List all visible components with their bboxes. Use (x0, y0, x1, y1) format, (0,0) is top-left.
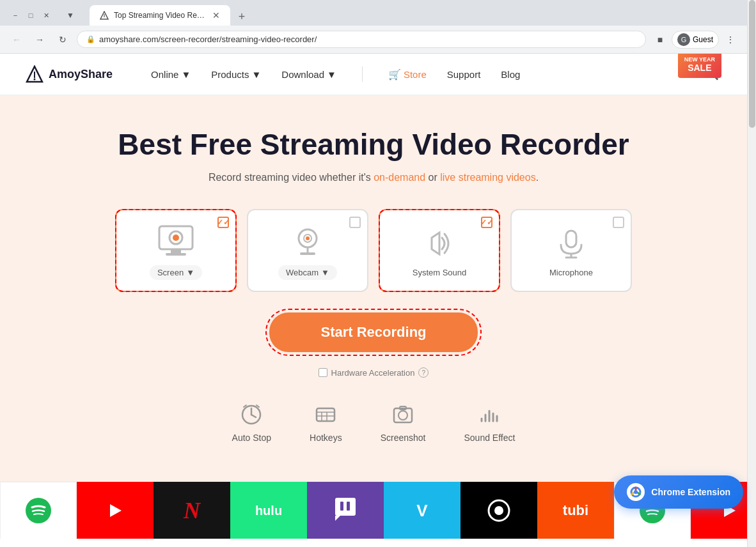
amoyshare-favicon (100, 11, 109, 20)
hw-accel-checkbox[interactable] (319, 368, 327, 377)
screen-dropdown-arrow: ▼ (186, 268, 194, 277)
webcam-icon (288, 222, 327, 260)
screen-icon (157, 222, 195, 260)
svg-point-45 (494, 506, 503, 515)
nav-online[interactable]: Online ▼ (151, 69, 191, 80)
navbar: AmoyShare Online ▼ Products ▼ Download ▼… (0, 54, 747, 95)
screen-checkbox[interactable]: ✓ (217, 217, 229, 228)
webcam-checkbox[interactable] (349, 217, 361, 228)
profile-icon: G (677, 33, 690, 46)
sale-new-year: NEW YEAR (684, 56, 715, 63)
screenshot-label: Screenshot (381, 433, 426, 443)
nav-links: Online ▼ Products ▼ Download ▼ 🛒 Store S… (151, 66, 520, 82)
svg-point-30 (398, 411, 407, 420)
app-logo-twitch (307, 482, 384, 539)
system-sound-option[interactable]: ✓ System Sound (379, 209, 500, 292)
app-logo-vimeo: V (384, 482, 461, 539)
tab-list-button[interactable]: ▼ (61, 6, 79, 24)
webcam-dropdown-arrow: ▼ (321, 268, 329, 277)
app-logo-netflix: N (154, 482, 230, 539)
app-logo-tubi: tubi (537, 482, 614, 539)
screen-label: Screen (157, 268, 184, 277)
nav-divider (362, 66, 363, 82)
logo-icon (26, 65, 43, 83)
system-sound-check-mark: ✓ (480, 218, 487, 227)
forward-button[interactable]: → (31, 31, 49, 49)
profile-button[interactable]: G Guest (672, 31, 719, 49)
sound-effect-icon (478, 403, 501, 426)
feature-sound-effect[interactable]: Sound Effect (464, 403, 515, 443)
url-text: amoyshare.com/screen-recorder/streaming-… (99, 35, 636, 44)
cart-icon: 🛒 (388, 68, 401, 81)
extensions-button[interactable]: ■ (651, 31, 669, 49)
minimize-button[interactable]: − (8, 8, 23, 23)
new-tab-button[interactable]: + (233, 8, 251, 26)
browser-tab[interactable]: Top Streaming Video Record... ✕ (90, 5, 230, 26)
microphone-icon (552, 224, 590, 263)
svg-marker-15 (432, 233, 439, 254)
tab-close-icon[interactable]: ✕ (212, 10, 220, 20)
address-bar[interactable]: 🔒 amoyshare.com/screen-recorder/streamin… (77, 31, 646, 48)
svg-marker-41 (335, 516, 340, 521)
hero-section: Best Free Streaming Video Recorder Recor… (0, 95, 747, 481)
chrome-logo-icon (627, 483, 645, 501)
svg-point-12 (306, 236, 310, 240)
feature-auto-stop[interactable]: Auto Stop (232, 403, 272, 443)
highlight-live: live streaming videos (440, 172, 535, 183)
microphone-checkbox[interactable] (613, 217, 624, 228)
svg-rect-42 (340, 502, 343, 511)
chrome-extension-button[interactable]: Chrome Extension (614, 475, 743, 509)
page-content: AmoyShare Online ▼ Products ▼ Download ▼… (0, 54, 747, 539)
screen-option[interactable]: ✓ Screen ▼ (115, 209, 237, 292)
logo-link[interactable]: AmoyShare (26, 65, 113, 83)
svg-point-52 (634, 490, 638, 494)
svg-rect-43 (347, 502, 350, 511)
svg-line-21 (251, 415, 256, 417)
hero-subtitle: Record streaming video whether it's on-d… (26, 172, 721, 183)
svg-rect-16 (566, 231, 576, 247)
microphone-option[interactable]: Microphone (510, 209, 632, 292)
svg-rect-14 (300, 252, 315, 255)
screen-label-wrap[interactable]: Screen ▼ (150, 265, 202, 280)
sale-badge: NEW YEAR SALE (678, 54, 721, 78)
system-sound-checkbox[interactable]: ✓ (481, 217, 492, 228)
recording-options: ✓ Screen ▼ (26, 209, 721, 292)
back-button[interactable]: ← (8, 31, 26, 49)
hw-help-icon[interactable]: ? (418, 367, 429, 378)
webcam-option[interactable]: Webcam ▼ (247, 209, 368, 292)
nav-download[interactable]: Download ▼ (281, 69, 336, 80)
svg-point-9 (173, 235, 179, 241)
hotkeys-icon (314, 403, 337, 426)
nav-store[interactable]: 🛒 Store (388, 68, 427, 81)
nav-products-label: Products (211, 69, 249, 80)
screen-check-mark: ✓ (217, 218, 223, 227)
scrollbar-thumb[interactable] (749, 0, 755, 128)
start-recording-button[interactable]: Start Recording (269, 312, 477, 352)
svg-rect-7 (166, 253, 186, 256)
nav-store-label: Store (404, 69, 427, 80)
profile-name: Guest (693, 35, 713, 44)
nav-right: 🔍 NEW YEAR SALE (704, 65, 721, 83)
secure-icon: 🔒 (86, 35, 95, 43)
download-arrow: ▼ (327, 69, 336, 80)
svg-rect-40 (335, 498, 356, 516)
feature-screenshot[interactable]: Screenshot (381, 403, 426, 443)
microphone-label: Microphone (549, 268, 593, 277)
close-button[interactable]: ✕ (38, 8, 54, 23)
feature-hotkeys[interactable]: Hotkeys (310, 403, 342, 443)
nav-blog[interactable]: Blog (501, 69, 520, 80)
reload-button[interactable]: ↻ (54, 31, 72, 49)
nav-products[interactable]: Products ▼ (211, 69, 261, 80)
webcam-label-wrap[interactable]: Webcam ▼ (278, 265, 337, 280)
chrome-extension-label: Chrome Extension (651, 487, 730, 497)
system-sound-icon (420, 224, 459, 263)
app-logo-youtube (77, 482, 154, 539)
maximize-button[interactable]: □ (23, 8, 38, 23)
scrollbar[interactable] (747, 0, 756, 539)
start-recording-wrap: Start Recording (269, 312, 477, 352)
nav-support[interactable]: Support (447, 69, 481, 80)
svg-rect-6 (171, 249, 181, 253)
hotkeys-label: Hotkeys (310, 433, 342, 443)
menu-button[interactable]: ⋮ (721, 31, 739, 49)
app-logo-dailymotion (461, 482, 537, 539)
